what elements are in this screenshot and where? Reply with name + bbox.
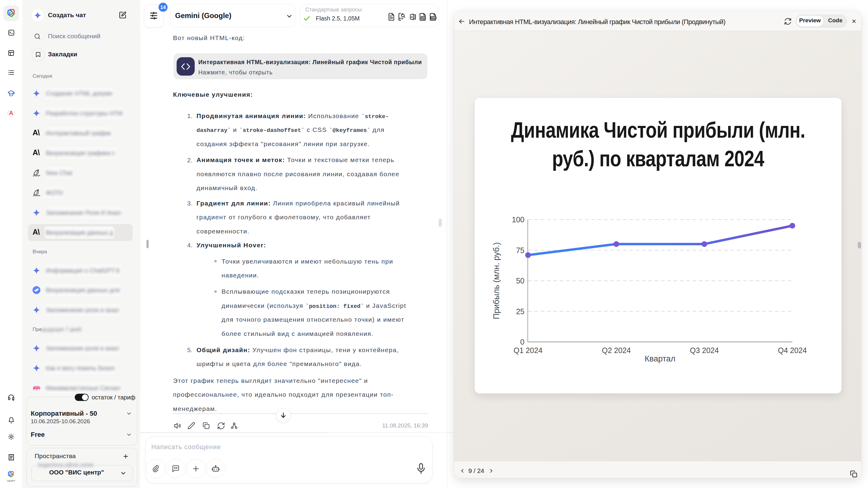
svg-text:0: 0 bbox=[520, 338, 524, 346]
svg-text:75: 75 bbox=[516, 246, 524, 255]
svg-text:A: A bbox=[9, 110, 13, 116]
svg-text:Q2 2024: Q2 2024 bbox=[602, 346, 631, 355]
svg-text:100: 100 bbox=[512, 216, 524, 224]
svg-text:Q4 2024: Q4 2024 bbox=[778, 346, 807, 355]
svg-text:50: 50 bbox=[516, 276, 524, 285]
svg-text:DOCX: DOCX bbox=[431, 17, 437, 19]
svg-text:Q3 2024: Q3 2024 bbox=[690, 346, 719, 355]
svg-text:PDF: PDF bbox=[399, 17, 404, 20]
svg-text:Q1 2024: Q1 2024 bbox=[514, 346, 542, 355]
svg-text:Прибыль (млн. руб.): Прибыль (млн. руб.) bbox=[492, 242, 501, 319]
svg-text:TXT: TXT bbox=[422, 17, 426, 19]
svg-text:Квартал: Квартал bbox=[645, 354, 675, 363]
svg-text:25: 25 bbox=[516, 307, 524, 316]
svg-text:X: X bbox=[410, 15, 412, 19]
